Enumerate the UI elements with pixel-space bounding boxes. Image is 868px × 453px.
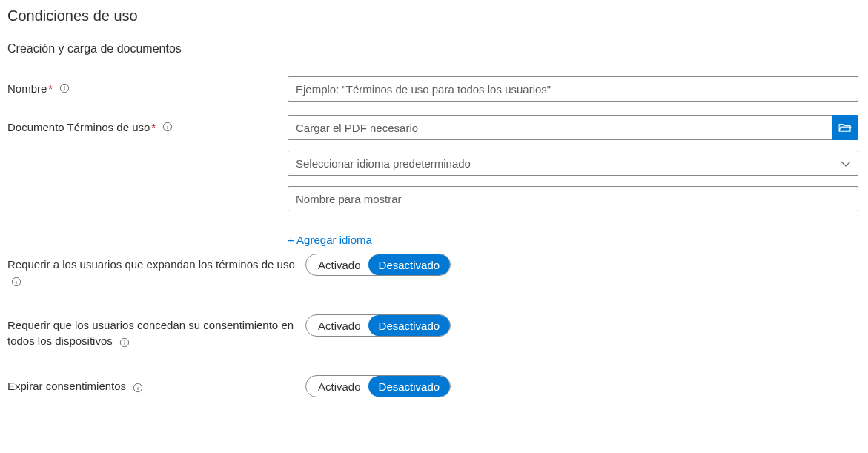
consent-devices-label-col: Requerir que los usuarios concedan su co… — [7, 314, 305, 348]
name-label-col: Nombre* — [7, 76, 288, 96]
name-row: Nombre* — [7, 76, 861, 102]
expire-consents-row: Expirar consentimientos Activado Desacti… — [7, 375, 861, 397]
display-name-input[interactable] — [288, 186, 858, 211]
info-icon[interactable] — [119, 337, 130, 348]
info-icon[interactable] — [59, 82, 70, 94]
language-select[interactable]: Seleccionar idioma predeterminado — [288, 151, 858, 176]
info-icon[interactable] — [132, 382, 144, 394]
name-label: Nombre — [7, 82, 47, 95]
upload-row — [288, 115, 858, 140]
svg-point-7 — [16, 280, 16, 280]
toggle-off[interactable]: Desactivado — [368, 376, 451, 397]
document-row: Documento Términos de uso* Seleccionar i… — [7, 115, 861, 254]
toggle-on[interactable]: Activado — [306, 315, 368, 336]
consent-devices-toggle[interactable]: Activado Desactivado — [305, 314, 451, 337]
name-input-col — [288, 76, 858, 102]
required-asterisk: * — [151, 121, 156, 133]
info-icon[interactable] — [162, 121, 173, 133]
required-asterisk: * — [48, 82, 53, 95]
document-label-col: Documento Términos de uso* — [7, 115, 288, 135]
toggle-off[interactable]: Desactivado — [368, 315, 451, 336]
info-icon[interactable] — [10, 276, 22, 288]
expand-terms-toggle[interactable]: Activado Desactivado — [305, 254, 451, 276]
toggle-on[interactable]: Activado — [306, 254, 368, 275]
expand-terms-row: Requerir a los usuarios que expandan los… — [7, 254, 861, 288]
document-input-col: Seleccionar idioma predeterminado + Agre… — [288, 115, 858, 254]
upload-folder-button[interactable] — [832, 115, 858, 140]
document-label: Documento Términos de uso — [7, 121, 150, 133]
upload-pdf-input[interactable] — [288, 115, 832, 140]
folder-open-icon — [838, 122, 852, 133]
consent-devices-row: Requerir que los usuarios concedan su co… — [7, 314, 861, 348]
expire-consents-label: Expirar consentimientos — [7, 380, 126, 392]
name-input[interactable] — [288, 76, 858, 102]
add-language-link[interactable]: + Agregar idioma — [288, 234, 372, 246]
svg-point-1 — [64, 86, 65, 87]
page-title: Condiciones de uso — [7, 7, 861, 24]
expand-terms-label: Requerir a los usuarios que expandan los… — [7, 258, 295, 271]
language-select-wrapper: Seleccionar idioma predeterminado — [288, 151, 858, 176]
toggle-off[interactable]: Desactivado — [368, 254, 451, 275]
svg-point-4 — [168, 125, 168, 125]
consent-devices-label: Requerir que los usuarios concedan su co… — [7, 319, 294, 347]
expire-consents-toggle[interactable]: Activado Desactivado — [305, 375, 451, 397]
expand-terms-label-col: Requerir a los usuarios que expandan los… — [7, 254, 305, 288]
toggle-on[interactable]: Activado — [306, 376, 368, 397]
section-title: Creación y carga de documentos — [7, 42, 861, 56]
svg-point-13 — [138, 386, 139, 386]
expire-consents-label-col: Expirar consentimientos — [7, 375, 305, 394]
svg-point-10 — [124, 340, 125, 341]
